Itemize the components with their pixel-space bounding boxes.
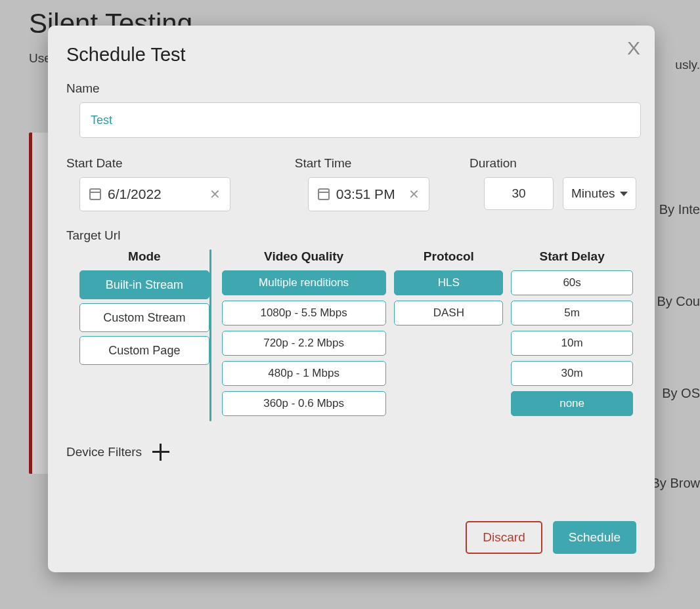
duration-input[interactable] [484, 177, 554, 210]
name-input[interactable] [79, 102, 641, 138]
mode-option-custom-stream[interactable]: Custom Stream [79, 303, 209, 332]
vq-option-480p[interactable]: 480p - 1 Mbps [222, 361, 386, 386]
start-delay-column: Start Delay 60s 5m 10m 30m none [508, 249, 636, 421]
start-time-picker[interactable]: 03:51 PM ✕ [308, 177, 429, 211]
vq-option-360p[interactable]: 360p - 0.6 Mbps [222, 391, 386, 416]
close-icon[interactable]: X [627, 38, 640, 59]
vq-option-multiple[interactable]: Multiple renditions [222, 270, 386, 295]
start-delay-header: Start Delay [539, 249, 604, 264]
target-url-label: Target Url [66, 228, 636, 243]
start-date-value: 6/1/2022 [108, 186, 203, 202]
video-quality-column: Video Quality Multiple renditions 1080p … [218, 249, 390, 421]
delay-option-10m[interactable]: 10m [511, 331, 633, 356]
column-divider [209, 249, 211, 421]
mode-option-custom-page[interactable]: Custom Page [79, 336, 209, 365]
device-filters-label: Device Filters [66, 445, 142, 459]
mode-option-builtin[interactable]: Built-in Stream [79, 270, 209, 299]
add-filter-icon[interactable] [152, 444, 169, 461]
calendar-icon [89, 188, 101, 200]
protocol-header: Protocol [424, 249, 474, 264]
delay-option-5m[interactable]: 5m [511, 301, 633, 326]
start-time-value: 03:51 PM [336, 186, 402, 202]
modal-overlay: X Schedule Test Name Start Date 6/1/2022… [0, 0, 700, 609]
clear-date-icon[interactable]: ✕ [209, 186, 221, 202]
mode-column: Mode Built-in Stream Custom Stream Custo… [66, 249, 209, 421]
protocol-option-hls[interactable]: HLS [394, 270, 503, 295]
duration-unit-select[interactable]: Minutes [563, 177, 636, 210]
video-quality-header: Video Quality [264, 249, 343, 264]
protocol-option-dash[interactable]: DASH [394, 301, 503, 326]
start-date-label: Start Date [66, 156, 295, 171]
delay-option-none[interactable]: none [511, 391, 633, 416]
modal-title: Schedule Test [66, 44, 636, 66]
calendar-icon [318, 188, 330, 200]
delay-option-60s[interactable]: 60s [511, 270, 633, 295]
mode-header: Mode [128, 249, 161, 264]
schedule-test-modal: X Schedule Test Name Start Date 6/1/2022… [48, 26, 655, 572]
clear-time-icon[interactable]: ✕ [408, 186, 420, 202]
start-time-label: Start Time [295, 156, 470, 171]
delay-option-30m[interactable]: 30m [511, 361, 633, 386]
duration-label: Duration [470, 156, 636, 171]
schedule-button[interactable]: Schedule [553, 521, 636, 554]
protocol-column: Protocol HLS DASH [389, 249, 508, 421]
name-label: Name [66, 81, 636, 96]
start-date-picker[interactable]: 6/1/2022 ✕ [79, 177, 230, 211]
duration-unit-value: Minutes [571, 186, 615, 201]
chevron-down-icon [620, 192, 628, 196]
discard-button[interactable]: Discard [466, 521, 542, 554]
vq-option-720p[interactable]: 720p - 2.2 Mbps [222, 331, 386, 356]
vq-option-1080p[interactable]: 1080p - 5.5 Mbps [222, 301, 386, 326]
